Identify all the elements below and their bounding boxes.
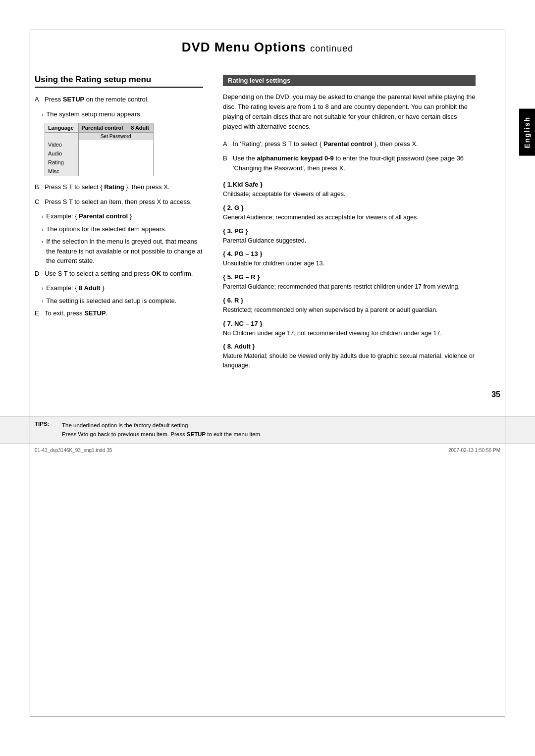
bullet-icon: › (42, 111, 43, 119)
menu-content-audio (78, 149, 153, 158)
step-d-sub-text: The setting is selected and setup is com… (46, 296, 176, 306)
rating-6-desc: Restricted; recommended only when superv… (223, 305, 476, 315)
menu-row-audio: Audio (45, 149, 153, 158)
rating-1: { 1.Kid Safe } Childsafe; acceptable for… (223, 181, 476, 199)
menu-content-video (78, 140, 153, 149)
menu-sub-col1 (45, 133, 78, 141)
rating-4-title: { 4. PG – 13 } (223, 250, 476, 257)
top-border (30, 30, 505, 30)
menu-label-rating: Rating (45, 158, 78, 167)
tips-label: TIPS: (35, 421, 57, 439)
right-step-a-content: In 'Rating', press S T to select { Paren… (233, 139, 476, 149)
title-text: DVD Menu Options (182, 40, 306, 54)
step-b-letter: B (35, 182, 42, 192)
right-step-a-letter: A (223, 139, 230, 149)
menu-header-row: Language Parental control 8 Adult (45, 123, 153, 133)
page: English DVD Menu Options continued Using… (0, 0, 535, 756)
menu-sub-col2: Set Password (78, 133, 153, 141)
example-parental: › Example: { Parental control } (42, 211, 203, 221)
step-a-sub-text: The system setup menu appears. (46, 109, 142, 119)
step-e-content: To exit, press SETUP. (45, 308, 203, 318)
step-d-content: Use S T to select a setting and press OK… (45, 269, 203, 279)
bullet-c2: › (42, 238, 43, 266)
rating-2-desc: General Audience; recommended as accepta… (223, 213, 476, 222)
bullet-d: › (42, 298, 43, 306)
bottom-border (30, 716, 505, 716)
menu-label-misc: Misc (45, 167, 78, 176)
tips-underline: underlined option (73, 422, 117, 428)
rating-1-title: { 1.Kid Safe } (223, 181, 476, 188)
step-b-content: Press S T to select { Rating }, then pre… (45, 182, 203, 192)
rating-7-desc: No Children under age 17; not recommende… (223, 329, 476, 338)
bullet-c1: › (42, 226, 43, 234)
rating-2: { 2. G } General Audience; recommended a… (223, 204, 476, 222)
menu-row-misc: Misc (45, 167, 153, 176)
example-adult-text: Example: { 8 Adult } (46, 283, 104, 293)
left-column: Using the Rating setup menu A Press SETU… (35, 75, 203, 375)
rating-8-desc: Mature Material; should be viewed only b… (223, 352, 476, 370)
tips-line2: Press Wto go back to previous menu item.… (62, 430, 262, 439)
right-vborder (505, 30, 505, 716)
rating-4: { 4. PG – 13 } Unsuitable for children u… (223, 250, 476, 268)
rating-intro: Depending on the DVD, you may be asked t… (223, 92, 476, 132)
dvd-menu-image: Language Parental control 8 Adult Set Pa… (45, 123, 154, 176)
rating-1-desc: Childsafe; acceptable for viewers of all… (223, 190, 476, 199)
right-column: Rating level settings Depending on the D… (223, 75, 500, 375)
tips-footer: TIPS: The underlined option is the facto… (0, 416, 535, 443)
file-info: 01-43_dvp3146K_93_eng1.indd 35 2007-02-1… (0, 443, 535, 457)
english-tab: English (519, 109, 535, 156)
file-info-right: 2007-02-13 1:50:56 PM (448, 448, 500, 453)
menu-col2: Parental control (78, 123, 128, 133)
menu-col3: 8 Adult (128, 123, 153, 133)
step-e: E To exit, press SETUP. (35, 308, 203, 318)
step-a-content: Press SETUP on the remote control. (45, 95, 203, 104)
rating-5-desc: Parental Guidance; recommended that pare… (223, 282, 476, 292)
rating-level-heading: Rating level settings (223, 75, 476, 86)
file-info-left: 01-43_dvp3146K_93_eng1.indd 35 (35, 448, 112, 453)
menu-label-audio: Audio (45, 149, 78, 158)
step-a-sub: › The system setup menu appears. (42, 109, 203, 119)
step-c-sub2: › If the selection in the menu is greyed… (42, 237, 203, 266)
menu-row-video: Video (45, 140, 153, 149)
rating-3: { 3. PG } Parental Guidance suggested. (223, 227, 476, 246)
step-c: C Press S T to select an item, then pres… (35, 197, 203, 207)
rating-7-title: { 7. NC – 17 } (223, 320, 476, 327)
right-step-a: A In 'Rating', press S T to select { Par… (223, 139, 476, 149)
step-c-sub2-text: If the selection in the menu is greyed o… (46, 237, 203, 266)
menu-content-misc (78, 167, 153, 176)
step-d: D Use S T to select a setting and press … (35, 269, 203, 279)
right-step-b-content: Use the alphanumeric keypad 0-9 to enter… (233, 153, 476, 173)
step-d-letter: D (35, 269, 42, 279)
rating-7: { 7. NC – 17 } No Children under age 17;… (223, 320, 476, 338)
left-section-heading: Using the Rating setup menu (35, 75, 203, 88)
step-c-letter: C (35, 197, 42, 207)
step-c-sub1: › The options for the selected item appe… (42, 224, 203, 234)
bullet-adult: › (42, 285, 43, 293)
title-continued: continued (310, 44, 353, 53)
rating-3-desc: Parental Guidance suggested. (223, 236, 476, 246)
rating-8: { 8. Adult } Mature Material; should be … (223, 343, 476, 370)
rating-5: { 5. PG – R } Parental Guidance; recomme… (223, 273, 476, 292)
menu-row-rating: Rating (45, 158, 153, 167)
step-d-sub: › The setting is selected and setup is c… (42, 296, 203, 306)
tips-content: The underlined option is the factory def… (62, 421, 262, 439)
menu-content-rating (78, 158, 153, 167)
bullet-example: › (42, 213, 43, 221)
main-content: Using the Rating setup menu A Press SETU… (0, 65, 535, 385)
page-number: 35 (0, 385, 535, 402)
rating-3-title: { 3. PG } (223, 227, 476, 235)
step-c-content: Press S T to select an item, then press … (45, 197, 203, 207)
rating-2-title: { 2. G } (223, 204, 476, 211)
rating-6-title: { 6. R } (223, 297, 476, 304)
tips-line1: The underlined option is the factory def… (62, 421, 262, 430)
step-b: B Press S T to select { Rating }, then p… (35, 182, 203, 192)
step-a-letter: A (35, 95, 42, 104)
rating-5-title: { 5. PG – R } (223, 273, 476, 281)
example-parental-text: Example: { Parental control } (46, 211, 132, 221)
step-c-sub1-text: The options for the selected item appear… (46, 224, 166, 234)
right-step-b-letter: B (223, 153, 230, 173)
menu-sub-header: Set Password (45, 133, 153, 141)
rating-6: { 6. R } Restricted; recommended only wh… (223, 297, 476, 315)
rating-4-desc: Unsuitable for children under age 13. (223, 259, 476, 268)
menu-label-video: Video (45, 140, 78, 149)
